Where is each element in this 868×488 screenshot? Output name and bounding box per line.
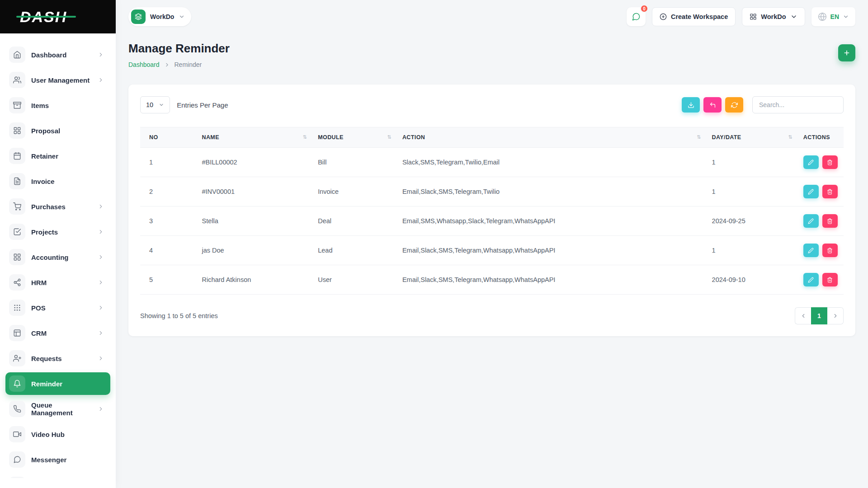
edit-button[interactable] <box>803 155 819 169</box>
cell-module: Deal <box>312 206 397 236</box>
cell-no: 4 <box>140 236 196 265</box>
message-icon <box>9 451 25 468</box>
create-workspace-button[interactable]: Create Workspace <box>652 7 736 26</box>
sidebar-item-requests[interactable]: Requests <box>5 347 110 370</box>
pagination-page-1[interactable]: 1 <box>811 307 827 324</box>
sidebar-item-queue-management[interactable]: Queue Management <box>5 398 110 420</box>
delete-button[interactable] <box>822 244 838 257</box>
chevron-right-icon <box>98 279 104 286</box>
refresh-button[interactable] <box>725 97 743 113</box>
chevron-right-icon <box>98 355 104 361</box>
table-header-row: NO NAME⇅ MODULE⇅ ACTION⇅ DAY/DATE⇅ ACTIO… <box>140 127 844 148</box>
archive-icon <box>9 97 25 113</box>
sidebar-item-dashboard[interactable]: Dashboard <box>5 43 110 66</box>
chevron-right-icon <box>164 62 170 68</box>
workspace-switcher[interactable]: WorkDo <box>128 7 191 26</box>
trash-icon <box>827 189 833 195</box>
page-content: Manage Reminder Dashboard Reminder 10 <box>116 33 868 336</box>
sort-icon: ⇅ <box>303 134 307 140</box>
home-icon <box>9 47 25 63</box>
delete-button[interactable] <box>822 155 838 169</box>
chevron-right-icon <box>98 229 104 235</box>
workspace-dropdown-button[interactable]: WorkDo <box>742 7 805 26</box>
sidebar-item-proposal[interactable]: Proposal <box>5 119 110 142</box>
delete-button[interactable] <box>822 185 838 198</box>
export-button[interactable] <box>682 97 700 113</box>
entries-per-page-select[interactable]: 10 <box>140 96 170 113</box>
sidebar-item-reminder[interactable]: Reminder <box>5 372 110 395</box>
page-head: Manage Reminder Dashboard Reminder <box>128 40 855 68</box>
sidebar-item-hrm[interactable]: HRM <box>5 271 110 294</box>
column-header-day-date[interactable]: DAY/DATE⇅ <box>707 127 798 148</box>
sidebar-item-label: POS <box>31 304 46 312</box>
cell-module: Bill <box>312 148 397 177</box>
sidebar-item-messenger[interactable]: Messenger <box>5 448 110 471</box>
edit-button[interactable] <box>803 244 819 257</box>
sidebar-item-accounting[interactable]: Accounting <box>5 246 110 268</box>
cell-actions <box>798 177 844 206</box>
phone-icon <box>9 401 25 417</box>
column-header-module[interactable]: MODULE⇅ <box>312 127 397 148</box>
cell-name: jas Doe <box>196 236 312 265</box>
sidebar-item-pos[interactable]: POS <box>5 296 110 319</box>
sidebar-item-helpdesk[interactable]: Helpdesk <box>5 474 110 478</box>
messages-button[interactable]: 0 <box>627 7 646 26</box>
trash-icon <box>827 218 833 224</box>
language-selector[interactable]: EN <box>811 7 855 26</box>
language-code: EN <box>830 13 839 20</box>
chevron-left-icon <box>800 313 807 319</box>
sidebar-item-label: Video Hub <box>31 431 65 438</box>
showing-entries-text: Showing 1 to 5 of 5 entries <box>140 312 218 319</box>
check-square-icon <box>9 224 25 240</box>
chevron-right-icon <box>98 305 104 311</box>
edit-button[interactable] <box>803 214 819 228</box>
plus-circle-icon <box>660 13 667 20</box>
sidebar-item-invoice[interactable]: Invoice <box>5 170 110 192</box>
cell-actions <box>798 206 844 236</box>
topbar: WorkDo 0 Create Workspace WorkDo EN <box>116 0 868 33</box>
pencil-icon <box>808 218 814 224</box>
pencil-icon <box>808 277 814 283</box>
sidebar-item-label: CRM <box>31 329 47 337</box>
sidebar-item-label: Projects <box>31 228 58 236</box>
edit-button[interactable] <box>803 273 819 286</box>
edit-button[interactable] <box>803 185 819 198</box>
column-header-action[interactable]: ACTION⇅ <box>397 127 707 148</box>
breadcrumb-dashboard-link[interactable]: Dashboard <box>128 61 160 68</box>
reset-button[interactable] <box>703 97 722 113</box>
trash-icon <box>827 277 833 283</box>
delete-button[interactable] <box>822 214 838 228</box>
sidebar-item-purchases[interactable]: Purchases <box>5 195 110 218</box>
sidebar-item-video-hub[interactable]: Video Hub <box>5 423 110 446</box>
cell-no: 1 <box>140 148 196 177</box>
sidebar-item-retainer[interactable]: Retainer <box>5 145 110 167</box>
pencil-icon <box>808 248 814 253</box>
trash-icon <box>827 160 833 165</box>
add-reminder-button[interactable] <box>838 44 855 61</box>
pagination-prev-button[interactable] <box>795 307 811 324</box>
reminder-table-body: 1 #BILL00002 Bill Slack,SMS,Telegram,Twi… <box>140 148 844 295</box>
sidebar-item-label: Reminder <box>31 380 62 388</box>
chevron-down-icon <box>159 102 164 108</box>
cell-actions <box>798 236 844 265</box>
column-header-no[interactable]: NO <box>140 127 196 148</box>
sidebar-item-items[interactable]: Items <box>5 94 110 117</box>
sidebar: DASH DashboardUser ManagementItemsPropos… <box>0 0 116 488</box>
pagination-next-button[interactable] <box>827 307 844 324</box>
cell-name: Stella <box>196 206 312 236</box>
delete-button[interactable] <box>822 273 838 286</box>
reminder-card: 10 Entries Per Page <box>128 84 855 336</box>
sidebar-item-crm[interactable]: CRM <box>5 322 110 344</box>
search-input[interactable] <box>752 96 844 113</box>
app-logo[interactable]: DASH <box>20 8 67 26</box>
main-area: WorkDo 0 Create Workspace WorkDo EN <box>116 0 868 336</box>
sidebar-item-label: Retainer <box>31 152 58 160</box>
sidebar-item-projects[interactable]: Projects <box>5 221 110 243</box>
table-footer: Showing 1 to 5 of 5 entries 1 <box>140 307 844 324</box>
chevron-right-icon <box>98 52 104 58</box>
sidebar-nav: DashboardUser ManagementItemsProposalRet… <box>0 33 116 478</box>
sidebar-item-user-management[interactable]: User Management <box>5 69 110 91</box>
calendar-icon <box>9 148 25 164</box>
column-header-name[interactable]: NAME⇅ <box>196 127 312 148</box>
sidebar-item-label: Dashboard <box>31 51 66 59</box>
